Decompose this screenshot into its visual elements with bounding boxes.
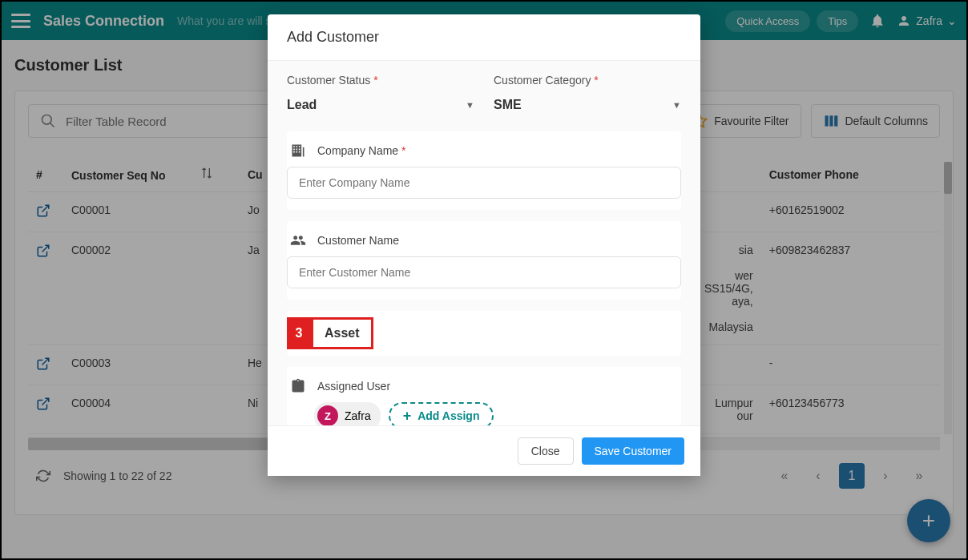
category-select[interactable]: SME ▼	[494, 91, 681, 119]
assignment-icon	[290, 378, 306, 394]
company-name-input[interactable]	[287, 167, 681, 199]
add-assign-button[interactable]: + Add Assign	[389, 402, 494, 425]
callout-badge: 3	[287, 317, 311, 349]
company-label: Company Name *	[317, 144, 406, 157]
avatar: Z	[317, 405, 338, 425]
plus-icon: +	[403, 409, 412, 423]
category-label: Customer Category *	[494, 74, 681, 87]
building-icon	[290, 143, 306, 159]
assigned-user-chip[interactable]: Z Zafra	[314, 402, 381, 425]
modal-title: Add Customer	[268, 14, 700, 61]
people-icon	[290, 232, 306, 248]
customer-name-input[interactable]	[287, 256, 681, 288]
caret-down-icon: ▼	[466, 100, 474, 110]
caret-down-icon: ▼	[672, 100, 681, 110]
customer-name-label: Customer Name	[317, 234, 399, 247]
status-label: Customer Status *	[287, 74, 474, 87]
add-customer-modal: Add Customer Customer Status * Lead ▼ Cu…	[268, 14, 700, 476]
status-select[interactable]: Lead ▼	[287, 91, 474, 119]
save-customer-button[interactable]: Save Customer	[582, 437, 684, 465]
assigned-user-label: Assigned User	[317, 380, 390, 393]
close-button[interactable]: Close	[518, 437, 574, 465]
asset-section-button[interactable]: Asset	[311, 317, 373, 349]
